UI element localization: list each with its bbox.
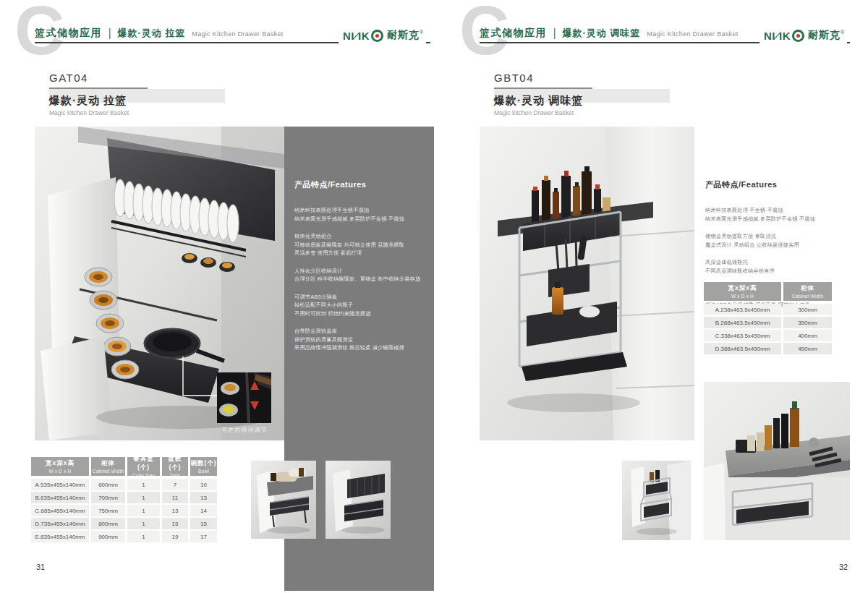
nisko-logo: NI∕IK 耐斯克 ®	[760, 29, 847, 43]
table-row: A.535x455x140mm 600mm 1 7 10	[31, 479, 217, 490]
product-title-block-left: GAT04 爆款·灵动 拉篮 Magic kitchen Drawer Bask…	[49, 72, 237, 116]
cell-cabinet-width: 700mm	[91, 492, 125, 503]
cell-cutlery-tray: 1	[127, 518, 160, 529]
header-divider: |	[109, 27, 111, 40]
cell-dish-count: 19	[162, 531, 188, 542]
product-code: GBT04	[494, 72, 682, 84]
product-title: 爆款·灵动 拉篮	[49, 94, 237, 108]
header-series-en: Magic Kitchen Drawer Basket	[647, 30, 738, 38]
mesh-basket-illustration	[326, 461, 391, 539]
cell-dish-count: 13	[162, 505, 188, 516]
table-row: D.388x463.5x450mm 450mm	[704, 343, 832, 354]
table-header-row: 宽x深x高 W x D x H 柜体 Cabinet Width	[704, 282, 832, 301]
cell-cabinet-width: 900mm	[91, 531, 125, 542]
cell-bowl-count: 14	[190, 505, 217, 516]
towel-basket-illustration	[251, 461, 316, 539]
cell-cabinet-width: 400mm	[783, 330, 832, 341]
cell-dimensions: E.835x455x140mm	[31, 531, 89, 542]
spec-table-left: 宽x深x高 W x D x H 柜体 Cabinet Width 餐具盒(个) …	[31, 457, 217, 544]
feature-paragraph: 纳米科技表面处理不生锈不腐蚀 纳米表面光滑手感细腻 多层防护不生锈 不腐蚀	[294, 206, 425, 223]
header-category: 篮式储物应用	[35, 27, 102, 40]
cell-cabinet-width: 300mm	[783, 304, 832, 315]
page-number-right: 32	[839, 563, 848, 571]
logo-latin-text: NI∕IK	[343, 30, 370, 42]
spice-rack-illustration	[622, 461, 691, 540]
cell-cabinet-width: 800mm	[91, 518, 125, 529]
table-row: D.735x455x140mm 800mm 1 15 15	[31, 518, 217, 529]
table-header-row: 宽x深x高 W x D x H 柜体 Cabinet Width 餐具盒(个) …	[31, 457, 217, 476]
cell-dimensions: D.388x463.5x450mm	[704, 343, 781, 354]
adjustable-divider-illustration	[217, 372, 271, 423]
cell-dish-count: 7	[162, 479, 188, 490]
detail-inset-photo	[217, 372, 271, 423]
cell-cutlery-tray: 1	[127, 531, 160, 542]
cell-cabinet-width: 450mm	[783, 343, 832, 354]
table-body: A.535x455x140mm 600mm 1 7 10 B.635x455x1…	[31, 479, 217, 542]
cell-dish-count: 15	[162, 518, 188, 529]
cell-bowl-count: 17	[190, 531, 217, 542]
cell-dimensions: D.735x455x140mm	[31, 518, 89, 529]
product-title-block-right: GBT04 爆款·灵动 调味篮 Magic kitchen Drawer Bas…	[494, 72, 682, 116]
cell-bowl-count: 10	[190, 479, 217, 490]
feature-paragraph: 自带防尘滑轨盖板 保护滑轨的质量及顺滑度 采用品牌缓冲隐藏滑轨 推拉轻柔 减少碗…	[294, 327, 425, 352]
small-photo-mesh-basket	[326, 461, 391, 539]
cell-cutlery-tray: 1	[127, 492, 160, 503]
logo-cn-name: 耐斯克	[387, 29, 420, 42]
table-header-cell: 柜体 Cabinet Width	[783, 282, 832, 301]
cell-cabinet-width: 600mm	[91, 479, 125, 490]
page-number-left: 31	[36, 563, 45, 571]
spice-basket-illustration	[480, 127, 694, 440]
features-left: 产品特点/Features 纳米科技表面处理不生锈不腐蚀 纳米表面光滑手感细腻 …	[294, 179, 425, 362]
features-paragraphs: 纳米科技表面处理不生锈不腐蚀 纳米表面光滑手感细腻 多层防护不生锈 不腐蚀模块化…	[294, 206, 425, 352]
logo-latin-text: NI∕IK	[764, 30, 791, 42]
table-body: A.238x463.5x450mm 300mm B.288x463.5x450m…	[704, 304, 832, 354]
product-title: 爆款·灵动 调味篮	[494, 94, 682, 108]
logo-o-mark	[792, 30, 804, 42]
product-subtitle: Magic kitchen Drawer Basket	[494, 109, 682, 116]
table-header-cell: 盘数(个) Dish	[162, 457, 188, 476]
header-category: 篮式储物应用	[480, 27, 547, 40]
page-header-right: 篮式储物应用 | 爆款·灵动 调味篮 Magic Kitchen Drawer …	[480, 27, 739, 40]
logo-red-dot	[375, 34, 379, 38]
cell-dimensions: C.685x455x140mm	[31, 505, 89, 516]
catalog-spread: C 篮式储物应用 | 爆款·灵动 拉篮 Magic Kitchen Drawer…	[0, 0, 868, 593]
table-row: E.835x455x140mm 900mm 1 19 17	[31, 531, 217, 542]
cell-cutlery-tray: 1	[127, 505, 160, 516]
table-row: B.288x463.5x450mm 350mm	[704, 317, 832, 328]
cell-dimensions: C.338x463.5x450mm	[704, 330, 781, 341]
photo-countertop-organizer	[704, 382, 850, 540]
feature-paragraph: 纳米科技表面处理 不生锈 不腐蚀 纳米表面光滑手感细腻 多层防护不生锈 不腐蚀	[705, 206, 850, 223]
table-header-cell: 宽x深x高 W x D x H	[31, 457, 89, 476]
product-code: GAT04	[49, 72, 237, 84]
logo-red-dot	[796, 34, 800, 38]
logo-registered-mark: ®	[841, 30, 844, 35]
cell-cutlery-tray: 1	[127, 479, 160, 490]
cell-dimensions: B.288x463.5x450mm	[704, 317, 781, 328]
table-row: A.238x463.5x450mm 300mm	[704, 304, 832, 315]
table-row: C.338x463.5x450mm 400mm	[704, 330, 832, 341]
logo-o-mark	[371, 30, 383, 42]
page-header-left: 篮式储物应用 | 爆款·灵动 拉篮 Magic Kitchen Drawer B…	[35, 27, 284, 40]
spec-table-right: 宽x深x高 W x D x H 柜体 Cabinet Width A.238x4…	[704, 282, 832, 356]
header-series-en: Magic Kitchen Drawer Basket	[192, 30, 283, 38]
feature-paragraph: 人性化分区收纳设计 合理分区 科学收纳碗碟架、置物盒 集中收纳分类存放	[294, 267, 425, 283]
inset-caption: 可左右移动调节	[207, 426, 282, 434]
table-row: B.635x455x140mm 700mm 1 11 13	[31, 492, 217, 503]
main-photo-drawer-basket: 可左右移动调节	[35, 127, 284, 440]
small-photo-spice-rack	[622, 461, 691, 540]
logo-registered-mark: ®	[420, 30, 423, 35]
nisko-logo: NI∕IK 耐斯克 ®	[339, 29, 426, 43]
feature-paragraph: 高深盒体低矮瓶托 不同高度调味瓶收纳井然有序	[705, 258, 850, 275]
feature-paragraph: 储物盒灵动提取方便 拿取清洗 魔盒式设计 灵动组合 让收纳更便捷实用	[705, 232, 850, 249]
small-photo-towel-basket	[251, 461, 316, 539]
table-header-cell: 碗数(个) Bowl	[190, 457, 217, 476]
cell-bowl-count: 15	[190, 518, 217, 529]
table-header-cell: 柜体 Cabinet Width	[91, 457, 125, 476]
main-photo-spice-basket	[480, 127, 694, 440]
table-header-cell: 餐具盒(个) Cutly Tray	[127, 457, 160, 476]
header-divider: |	[553, 27, 556, 40]
cell-cabinet-width: 750mm	[91, 505, 125, 516]
features-title: 产品特点/Features	[705, 179, 850, 190]
header-series: 爆款·灵动 拉篮	[117, 27, 185, 40]
cell-bowl-count: 13	[190, 492, 217, 503]
